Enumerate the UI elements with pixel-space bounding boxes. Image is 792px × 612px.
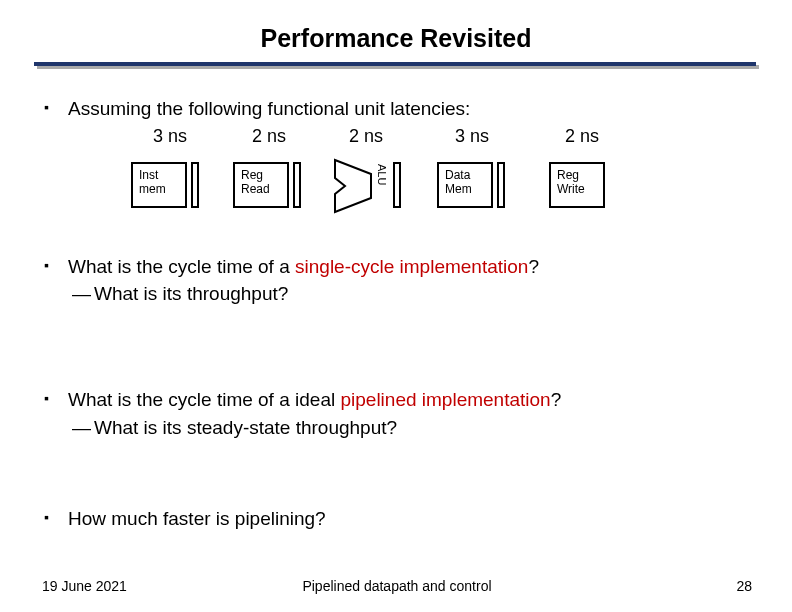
slide-title: Performance Revisited (0, 24, 792, 53)
unit-inst-mem: Inst mem (131, 162, 187, 208)
latency-label: 2 ns (349, 126, 383, 147)
latency-label: 3 ns (153, 126, 187, 147)
latency-label: 2 ns (565, 126, 599, 147)
text-red: single-cycle implementation (295, 256, 528, 277)
sub-throughput: What is its throughput? (72, 281, 752, 307)
text: ? (528, 256, 539, 277)
unit-label: Reg Write (557, 168, 585, 196)
text: What is the cycle time of a ideal (68, 389, 340, 410)
unit-label: Reg Read (241, 168, 270, 196)
footer-page: 28 (736, 578, 752, 594)
unit-reg-read: Reg Read (233, 162, 289, 208)
pipeline-latch (293, 162, 301, 208)
footer-date: 19 June 2021 (42, 578, 127, 594)
text-red: pipelined implementation (340, 389, 550, 410)
pipeline-latch (191, 162, 199, 208)
unit-data-mem: Data Mem (437, 162, 493, 208)
slide: Performance Revisited Assuming the follo… (0, 0, 792, 612)
text: ? (551, 389, 562, 410)
unit-label: Inst mem (139, 168, 166, 196)
bullet-faster: How much faster is pipelining? (42, 506, 752, 532)
bullet-pipelined: What is the cycle time of a ideal pipeli… (42, 387, 752, 413)
pipeline-diagram: 3 ns 2 ns 2 ns 3 ns 2 ns Inst mem Reg Re… (135, 126, 685, 222)
sub-steady-throughput: What is its steady-state throughput? (72, 415, 752, 441)
svg-marker-0 (335, 160, 371, 212)
latency-label: 2 ns (252, 126, 286, 147)
unit-alu: ALU (331, 158, 391, 218)
footer: Pipelined datapath and control 19 June 2… (42, 578, 752, 594)
latency-label: 3 ns (455, 126, 489, 147)
text: What is the cycle time of a (68, 256, 295, 277)
pipeline-latch (497, 162, 505, 208)
alu-label: ALU (376, 164, 388, 185)
pipeline-latch (393, 162, 401, 208)
footer-center: Pipelined datapath and control (42, 578, 752, 594)
unit-row: Inst mem Reg Read ALU Data Mem Reg Write (135, 156, 685, 216)
bullet-latencies: Assuming the following functional unit l… (42, 96, 752, 122)
unit-label: Data Mem (445, 168, 472, 196)
bullet-single-cycle: What is the cycle time of a single-cycle… (42, 254, 752, 280)
unit-reg-write: Reg Write (549, 162, 605, 208)
